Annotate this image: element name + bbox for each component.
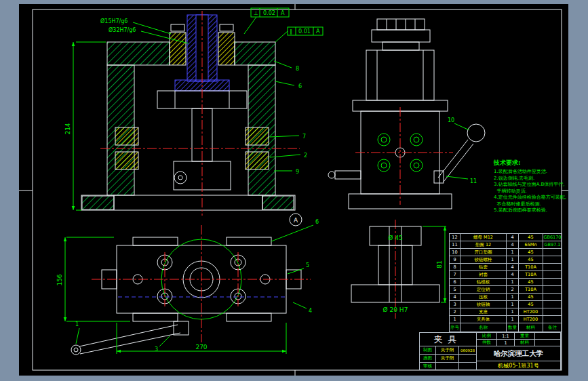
bom-cell-qty: 1 [507, 301, 519, 308]
bom-cell-name: 开口垫圈 [460, 249, 507, 256]
callout-2: 2 [304, 153, 307, 159]
bom-row: 9 铰链螺栓 1 45 [450, 256, 562, 264]
detail-dia-20h7: Ø 20 H7 [383, 306, 408, 313]
detail-dia-45: Ø 45 [388, 235, 402, 241]
callout-4: 4 [309, 308, 312, 314]
material-value-empty [535, 340, 561, 346]
tech-req-line: 1.装配后各活动件应灵活. [494, 169, 581, 176]
bom-cell-remark [543, 271, 562, 279]
bom-cell-material: 45 [519, 256, 543, 264]
bom-cell-material: T10A [519, 286, 543, 294]
gdt1-value: 0.02 [263, 10, 275, 16]
callout-5: 5 [306, 262, 309, 268]
bom-row: 8 钻套 4 T10A [450, 264, 562, 271]
bom-cell-name: 钻模板 [460, 279, 507, 286]
gdt2-value: 0.01 [298, 28, 311, 35]
bom-cell-name: 钻套 [460, 264, 507, 271]
bom-row: 2 支座 1 HT200 [450, 308, 562, 316]
bom-cell-no: 8 [450, 264, 460, 271]
bom-cell-material: 45 [519, 249, 543, 256]
fit-label-2: Ø32H7/g6 [109, 26, 136, 33]
bom-cell-qty: 4 [507, 271, 519, 279]
bom-cell-qty: 1 [507, 279, 519, 286]
bom-cell-remark [543, 316, 562, 323]
tech-req-line: 手柄转动灵活. [494, 188, 581, 195]
gdt2-datum: A [316, 28, 320, 35]
callout-6-plan: 6 [315, 219, 319, 225]
drawn-name: 吴子阳 [436, 346, 459, 355]
bom-cell-name: 螺母 M12 [460, 234, 507, 241]
bom-cell-remark: GB97.1 [543, 241, 562, 249]
tech-req-lines: 1.装配后各活动件应灵活. 2.锐边倒钝,去毛刺. 3.钻套轴线与定位面A.B保… [494, 169, 581, 214]
bom-table: 12 螺母 M12 4 45 GB6170 11 垫圈 12 4 65Mn GB… [449, 233, 562, 332]
bom-row: 4 压板 1 45 [450, 294, 562, 301]
weight-value-empty [535, 333, 561, 340]
bom-cell-material: 45 [519, 234, 543, 241]
bom-cell-qty: 4 [507, 241, 519, 249]
bom-cell-no: 1 [450, 316, 460, 323]
material-label: 材料 [515, 340, 535, 346]
weight-label: 重量 [515, 333, 535, 340]
bom-cell-name: 铰链螺栓 [460, 256, 507, 264]
bom-cell-no: 11 [450, 241, 460, 249]
qty-label: 件数 [477, 340, 497, 346]
bom-header-material: 材料 [519, 323, 543, 332]
bom-cell-remark [543, 294, 562, 301]
section-label: A [294, 217, 298, 224]
bom-header-qty: 数量 [507, 323, 519, 332]
bom-cell-no: 5 [450, 286, 460, 294]
tech-req-line: 4.定位元件须经检验合格方可装配, [494, 195, 581, 201]
fit-label-1: Ø15H7/g6 [100, 18, 128, 24]
bom-cell-remark [543, 256, 562, 264]
bom-cell-qty: 2 [507, 286, 519, 294]
callout-6: 6 [298, 83, 302, 89]
drawn-date: 060928 [459, 346, 477, 355]
dim-214-text: 214 [64, 123, 71, 134]
bom-cell-no: 10 [450, 249, 460, 256]
cad-drawing-viewport: 8 6 7 2 9 Ø15H7/g6 Ø32H7/g6 ⊥ 0.02 A ∥ [0, 0, 588, 381]
bom-cell-no: 7 [450, 271, 460, 279]
bom-cell-material: T10A [519, 271, 543, 279]
bom-header-row: 序号 名称 数量 材料 备注 [450, 323, 562, 332]
bom-cell-qty: 1 [507, 294, 519, 301]
bom-cell-material: T10A [519, 264, 543, 271]
dim-81-text: 81 [436, 260, 443, 268]
bom-cell-material: HT200 [519, 316, 543, 323]
scale-value: 1:1 [497, 333, 515, 340]
qty-value: 1 [497, 340, 515, 346]
bom-cell-material: 45 [519, 301, 543, 308]
dim-270-text: 270 [195, 344, 207, 350]
bom-cell-qty: 4 [507, 264, 519, 271]
bom-cell-qty: 1 [507, 308, 519, 316]
bom-row: 6 钻模板 1 45 [450, 279, 562, 286]
callout-10: 10 [448, 117, 454, 123]
callout-7: 7 [302, 134, 306, 140]
bom-row: 11 垫圈 12 4 65Mn GB97.1 [450, 241, 562, 249]
bom-cell-qty: 1 [507, 316, 519, 323]
tech-req-line: 3.钻套轴线与定位面A.B保持平行, [494, 182, 581, 188]
bom-row: 5 定位销 2 T10A [450, 286, 562, 294]
gdt1-datum: A [281, 10, 285, 16]
bom-cell-name: 夹具体 [460, 316, 507, 323]
school-name: 哈尔滨理工大学 [477, 346, 561, 361]
bom-cell-no: 9 [450, 256, 460, 264]
bom-cell-no: 4 [450, 294, 460, 301]
callout-11: 11 [470, 178, 477, 184]
bom-cell-name: 压板 [460, 294, 507, 301]
tech-req-line: 2.锐边倒钝,去毛刺. [494, 176, 581, 182]
tech-req-title: 技术要求: [494, 159, 581, 167]
bom-row: 10 开口垫圈 1 45 [450, 249, 562, 256]
traced-date-empty [459, 355, 477, 363]
bom-cell-name: 垫圈 12 [460, 241, 507, 249]
bom-cell-qty: 1 [507, 256, 519, 264]
callout-1: 1 [75, 321, 79, 327]
title-block: 夹具 比例 1:1 重量 件数 1 材料 制图 吴子阳 060928 描图 吴子… [419, 332, 562, 370]
bom-cell-name: 定位销 [460, 286, 507, 294]
dim-156-text: 156 [56, 274, 63, 285]
bom-cell-qty: 1 [507, 249, 519, 256]
checked-date-empty [459, 363, 477, 369]
bom-cell-remark [543, 286, 562, 294]
bom-header-remark: 备注 [543, 323, 562, 332]
bom-cell-no: 12 [450, 234, 460, 241]
bom-cell-name: 支座 [460, 308, 507, 316]
